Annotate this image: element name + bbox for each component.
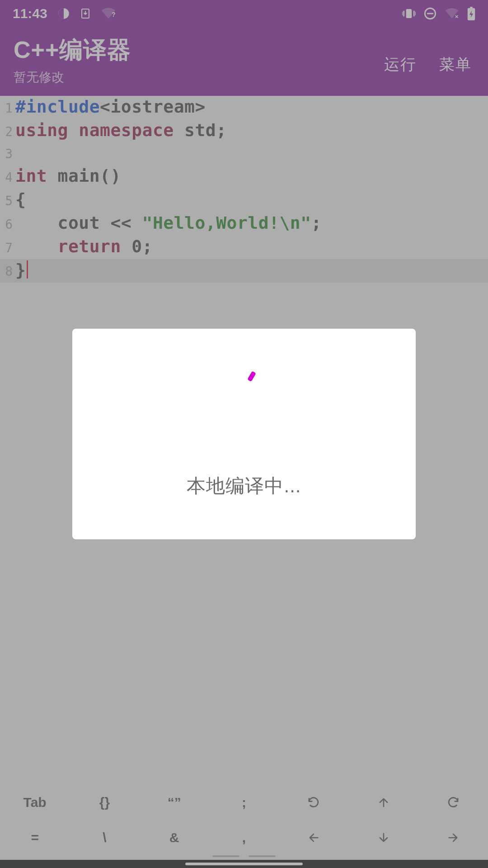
- spinner-icon: [224, 369, 264, 410]
- modal-overlay: 本地编译中...: [0, 0, 488, 868]
- compiling-modal: 本地编译中...: [72, 329, 416, 539]
- modal-text: 本地编译中...: [187, 473, 301, 499]
